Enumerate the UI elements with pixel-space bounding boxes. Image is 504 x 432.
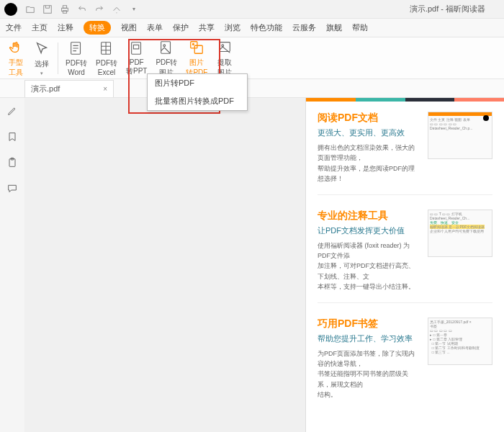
- dropdown-icon[interactable]: ▾: [129, 4, 139, 14]
- ribbon: 手型 工具 选择 ▾ PDF转 Word PDF转 Excel PDF 转PPT…: [0, 37, 504, 79]
- bottom-accent: [306, 428, 504, 432]
- svg-point-9: [163, 44, 166, 46]
- sect3-text: 为PDF页面添加书签，除了实现内容的快速导航， 书签还能指明不同书签的层级关系，…: [318, 348, 420, 400]
- tool-pdf-img[interactable]: PDF转 图片: [151, 37, 181, 79]
- sect2-sub: 让PDF文档发挥更大价值: [318, 225, 420, 236]
- sect1-text: 拥有出色的文档渲染效果，强大的页面管理功能， 帮助提升效率，是您阅读PDF的理想…: [318, 143, 420, 184]
- avatar[interactable]: [4, 3, 17, 16]
- pencil-icon[interactable]: [6, 105, 18, 118]
- section-annotate: 专业的注释工具 让PDF文档发挥更大价值 使用福昕阅读器 (foxit read…: [306, 199, 504, 298]
- sect3-thumb: 员工手册_20120917.pdf ×书签▭ ▭ ▭ ▭ ▭▸ □ 第一章▸ □…: [428, 318, 492, 365]
- open-icon[interactable]: [25, 4, 35, 14]
- undo-icon[interactable]: [77, 4, 87, 14]
- bookmark-icon[interactable]: [6, 131, 18, 144]
- svg-rect-13: [220, 42, 230, 51]
- section-read: 阅读PDF文档 更强大、更实用、更高效 拥有出色的文档渲染效果，强大的页面管理功…: [306, 102, 504, 190]
- menu-flagship[interactable]: 旗舰: [326, 22, 342, 33]
- menu-protect[interactable]: 保护: [173, 22, 189, 33]
- sect3-title: 巧用PDF书签: [318, 318, 420, 330]
- tool-hand-label: 手型 工具: [9, 58, 23, 78]
- menu-browse[interactable]: 浏览: [225, 22, 240, 33]
- menu-help[interactable]: 帮助: [352, 22, 368, 33]
- dropdown-img-pdf: 图片转PDF 批量将图片转换成PDF: [147, 73, 248, 111]
- svg-rect-0: [44, 5, 52, 13]
- comment-icon[interactable]: [6, 183, 18, 196]
- document-tab[interactable]: 演示.pdf ×: [24, 80, 114, 97]
- dropdown-item-single[interactable]: 图片转PDF: [148, 74, 247, 92]
- workspace: 阅读PDF文档 更强大、更实用、更高效 拥有出色的文档渲染效果，强大的页面管理功…: [0, 98, 504, 432]
- menu-share[interactable]: 共享: [199, 22, 215, 33]
- svg-rect-2: [63, 5, 66, 8]
- sect1-sub: 更强大、更实用、更高效: [318, 127, 420, 138]
- window-title: 演示.pdf - 福昕阅读器: [410, 4, 485, 14]
- tab-close-icon[interactable]: ×: [103, 85, 107, 93]
- more-icon[interactable]: [112, 4, 122, 14]
- redo-icon[interactable]: [94, 4, 104, 14]
- menu-annot[interactable]: 注释: [58, 22, 73, 33]
- sect3-sub: 帮助您提升工作、学习效率: [318, 333, 420, 344]
- menu-bar: 文件 主页 注释 转换 视图 表单 保护 共享 浏览 特色功能 云服务 旗舰 帮…: [0, 19, 504, 37]
- tab-strip: 演示.pdf ×: [0, 79, 504, 98]
- tool-pdf-word[interactable]: PDF转 Word: [61, 38, 91, 78]
- title-bar: ▾ 演示.pdf - 福昕阅读器: [0, 0, 504, 19]
- svg-point-12: [193, 43, 194, 45]
- separator: [58, 42, 58, 74]
- tab-label: 演示.pdf: [31, 84, 60, 94]
- tool-pdf-excel-label: PDF转 Excel: [96, 58, 117, 76]
- menu-form[interactable]: 表单: [147, 22, 163, 33]
- clipboard-icon[interactable]: [6, 157, 18, 170]
- tool-img-pdf[interactable]: 图片 转PDF: [181, 37, 212, 79]
- accent-bar: [306, 98, 504, 102]
- tool-pdf-ppt[interactable]: PDF 转PPT: [122, 38, 151, 78]
- sect2-title: 专业的注释工具: [318, 210, 420, 222]
- menu-view[interactable]: 视图: [121, 22, 137, 33]
- tool-pdf-word-label: PDF转 Word: [66, 58, 87, 76]
- tool-pdf-ppt-label: PDF 转PPT: [126, 58, 147, 76]
- svg-rect-11: [195, 45, 203, 53]
- side-rail: [0, 98, 24, 432]
- menu-feature[interactable]: 特色功能: [251, 22, 282, 33]
- tool-extract-img[interactable]: 提取 图片: [212, 37, 238, 79]
- sect2-text: 使用福昕阅读器 (foxit reader) 为PDF文件添 加注释，可对PDF…: [318, 240, 420, 292]
- document-canvas[interactable]: 阅读PDF文档 更强大、更实用、更高效 拥有出色的文档渲染效果，强大的页面管理功…: [24, 98, 504, 432]
- dropdown-item-batch[interactable]: 批量将图片转换成PDF: [148, 92, 247, 110]
- svg-rect-7: [133, 45, 138, 48]
- svg-rect-6: [131, 42, 140, 55]
- menu-home[interactable]: 主页: [32, 22, 48, 33]
- menu-cloud[interactable]: 云服务: [292, 22, 316, 33]
- pdf-page: 阅读PDF文档 更强大、更实用、更高效 拥有出色的文档渲染效果，强大的页面管理功…: [305, 98, 504, 432]
- menu-convert[interactable]: 转换: [84, 21, 111, 35]
- sect2-thumb: ▭ ▭ T ▭ ▭ 打字机Datasheet_Reader_Ch...免费、快速…: [428, 210, 492, 257]
- print-icon[interactable]: [60, 4, 70, 14]
- tool-select-label: 选择: [35, 59, 49, 69]
- tool-hand[interactable]: 手型 工具: [3, 37, 29, 79]
- save-icon[interactable]: [42, 4, 53, 14]
- menu-file[interactable]: 文件: [6, 22, 22, 33]
- sect1-thumb: 文件 主页 注释 视图 表单▭ ▭ ▭ ▭ ▭ ▭Datasheet_Reade…: [428, 112, 492, 159]
- svg-point-14: [222, 44, 224, 46]
- section-bookmark: 巧用PDF书签 帮助您提升工作、学习效率 为PDF页面添加书签，除了实现内容的快…: [306, 307, 504, 406]
- tool-pdf-excel[interactable]: PDF转 Excel: [91, 38, 122, 78]
- tool-select[interactable]: 选择 ▾: [29, 39, 55, 78]
- sect1-title: 阅读PDF文档: [318, 112, 420, 125]
